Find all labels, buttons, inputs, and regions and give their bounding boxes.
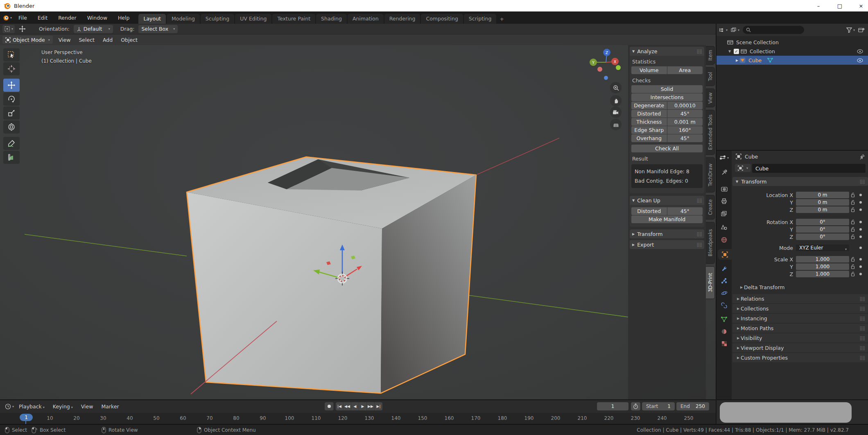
- tab-object[interactable]: [718, 249, 732, 260]
- orientation-dropdown[interactable]: Default ▾: [74, 25, 113, 33]
- location-y-field[interactable]: 0 m: [796, 199, 849, 206]
- animate-dot-icon[interactable]: [859, 236, 862, 238]
- menu-edit[interactable]: Edit: [38, 15, 47, 21]
- ruler-frame-150[interactable]: 150: [416, 415, 429, 421]
- tab-modifiers[interactable]: [717, 263, 732, 274]
- record-button[interactable]: [325, 402, 334, 410]
- playhead[interactable]: 1: [20, 414, 33, 421]
- drag-dots-icon[interactable]: ⣿⣿: [859, 306, 865, 311]
- scale-x-field[interactable]: 1.000: [796, 256, 849, 263]
- viewport-3d[interactable]: User Perspective (1) Collection | Cube Z…: [0, 45, 716, 399]
- edge-sharp-value[interactable]: 160°: [667, 126, 703, 134]
- frame-end-field[interactable]: End 250: [676, 402, 709, 410]
- panel-instancing[interactable]: ▶Instancing⣿⣿: [732, 314, 868, 323]
- tool-cursor[interactable]: [3, 62, 20, 75]
- object-name-input[interactable]: Cube: [752, 164, 866, 173]
- menu-keying[interactable]: Keying▾: [53, 403, 73, 410]
- menu-object[interactable]: Object: [121, 37, 138, 43]
- display-mode-dropdown[interactable]: ▾: [719, 27, 728, 33]
- editor-type-button[interactable]: ▾: [3, 403, 16, 411]
- drag-dots-icon[interactable]: ⣿⣿: [696, 49, 702, 54]
- outliner-row-scene-collection[interactable]: Scene Collection: [717, 38, 868, 47]
- drag-dots-icon[interactable]: ⣿⣿: [859, 356, 865, 360]
- panel-collections[interactable]: ▶Collections⣿⣿: [732, 304, 868, 313]
- tool-annotate[interactable]: [3, 137, 20, 150]
- lock-icon[interactable]: [851, 220, 855, 224]
- scale-y-field[interactable]: 1.000: [796, 263, 849, 270]
- thickness-value[interactable]: 0.001 m: [667, 118, 703, 126]
- minimize-button[interactable]: –: [815, 3, 822, 9]
- export-panel-header[interactable]: ▶ Export ⣿⣿: [630, 240, 704, 249]
- tab-scripting[interactable]: Scripting: [464, 14, 497, 24]
- volume-button[interactable]: Volume: [631, 66, 667, 74]
- ruler-frame-30[interactable]: 30: [96, 415, 110, 421]
- rotation-x-field[interactable]: 0°: [796, 219, 849, 225]
- animate-dot-icon[interactable]: [859, 258, 862, 261]
- lock-icon[interactable]: [851, 264, 855, 269]
- lock-icon[interactable]: [851, 207, 855, 212]
- tab-constraints[interactable]: [717, 300, 732, 310]
- object-id-dropdown[interactable]: ▾: [735, 164, 751, 172]
- tab-modeling[interactable]: Modeling: [167, 14, 200, 24]
- menu-file[interactable]: File: [18, 15, 27, 21]
- menu-window[interactable]: Window: [87, 15, 107, 21]
- cleanup-panel-header[interactable]: ▼ Clean Up ⣿⣿: [630, 196, 704, 205]
- pin-icon[interactable]: [859, 154, 865, 159]
- transform-panel-header[interactable]: ▶ Transform ⣿⣿: [630, 229, 704, 238]
- ruler-frame-20[interactable]: 20: [70, 415, 84, 421]
- editor-type-button[interactable]: ▾: [2, 25, 15, 33]
- sidebar-tab-create[interactable]: Create: [706, 195, 715, 220]
- outliner-row-collection[interactable]: ▼ ✓ Collection: [717, 47, 868, 56]
- pan-hand-button[interactable]: [610, 95, 622, 106]
- rotation-z-field[interactable]: 0°: [796, 233, 849, 240]
- check-edge-sharp-button[interactable]: Edge Sharp: [631, 126, 667, 134]
- ruler-frame-210[interactable]: 210: [575, 415, 589, 421]
- tool-move[interactable]: [3, 79, 20, 92]
- ruler-frame-90[interactable]: 90: [256, 415, 270, 421]
- lock-icon[interactable]: [851, 257, 855, 262]
- animate-dot-icon[interactable]: [859, 273, 862, 275]
- transform-panel-header[interactable]: ▼ Transform ⣿⣿: [732, 177, 868, 186]
- sidebar-tab-item[interactable]: Item: [706, 46, 715, 65]
- tab-render[interactable]: [717, 184, 732, 194]
- tab-compositing[interactable]: Compositing: [421, 14, 463, 24]
- ruler-frame-110[interactable]: 110: [309, 415, 323, 421]
- ruler-frame-50[interactable]: 50: [149, 415, 163, 421]
- play-reverse-button[interactable]: ◀: [351, 402, 359, 410]
- expand-icon[interactable]: ▶: [735, 59, 739, 62]
- result-bad-contig[interactable]: Bad Contig. Edges: 0: [635, 176, 699, 186]
- mode-dropdown[interactable]: Object Mode ▾: [2, 36, 53, 44]
- editor-type-button[interactable]: ▾: [717, 152, 732, 163]
- tool-rotate[interactable]: [3, 93, 20, 106]
- ruler-frame-230[interactable]: 230: [628, 415, 642, 421]
- check-all-button[interactable]: Check All: [631, 145, 703, 152]
- cleanup-distorted-value[interactable]: 45°: [667, 207, 703, 215]
- ruler-frame-80[interactable]: 80: [229, 415, 243, 421]
- lock-icon[interactable]: [851, 234, 855, 239]
- lock-icon[interactable]: [851, 227, 855, 232]
- animate-dot-icon[interactable]: [859, 194, 862, 196]
- tab-texture-paint[interactable]: Texture Paint: [272, 14, 315, 24]
- drag-dots-icon[interactable]: ⣿⣿: [859, 316, 865, 321]
- filter-type-dropdown[interactable]: ▾: [731, 27, 739, 33]
- menu-add[interactable]: Add: [103, 37, 113, 43]
- tab-sculpting[interactable]: Sculpting: [201, 14, 234, 24]
- scrollbar[interactable]: [720, 402, 852, 423]
- ruler-frame-170[interactable]: 170: [469, 415, 483, 421]
- ruler-frame-70[interactable]: 70: [203, 415, 217, 421]
- result-non-manifold[interactable]: Non Manifold Edge: 8: [635, 167, 699, 176]
- check-solid-button[interactable]: Solid: [631, 85, 703, 93]
- blender-menu-icon[interactable]: ▾: [2, 14, 12, 21]
- tab-object-data[interactable]: [717, 314, 732, 324]
- tool-select-box[interactable]: [3, 48, 20, 61]
- tab-tool[interactable]: [717, 167, 732, 178]
- tool-scale[interactable]: [3, 106, 20, 120]
- check-degenerate-button[interactable]: Degenerate: [631, 102, 667, 109]
- add-workspace-button[interactable]: +: [497, 14, 506, 24]
- tab-particles[interactable]: [717, 275, 732, 286]
- animate-dot-icon[interactable]: [859, 201, 862, 204]
- navigation-gizmo[interactable]: Z X Y: [581, 47, 633, 86]
- sidebar-tab-view[interactable]: View: [706, 88, 715, 107]
- ruler-frame-130[interactable]: 130: [362, 415, 376, 421]
- sidebar-tab-techdraw[interactable]: TechDraw: [706, 157, 715, 193]
